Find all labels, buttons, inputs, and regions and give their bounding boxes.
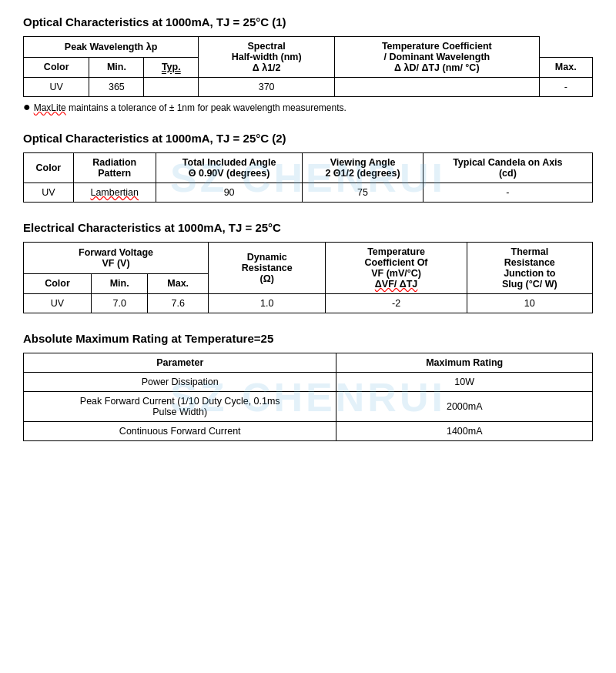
color-header-2: Color [24,153,74,183]
min-cell: 365 [89,78,144,97]
optical-characteristics-2-title: Optical Characteristics at 1000mA, TJ = … [23,132,593,145]
min-subheader: Min. [89,57,144,78]
power-dissipation-value: 10W [336,373,593,392]
note-text: MaxLite maintains a tolerance of ± 1nm f… [34,102,346,113]
optical-characteristics-1-section: Optical Characteristics at 1000mA, TJ = … [23,15,593,113]
optical-characteristics-1-table-wrapper: Peak Wavelength λp SpectralHalf-width (n… [23,36,593,97]
optical-characteristics-1-table: Peak Wavelength λp SpectralHalf-width (n… [23,36,593,97]
candela-header: Typical Candela on Axis(cd) [423,153,592,183]
optical-characteristics-2-table: Color RadiationPattern Total Included An… [23,152,593,203]
table-row: UV Lambertian 90 75 - [24,183,593,203]
temp-coefficient-header: Temperature Coefficient/ Dominant Wavele… [335,37,539,78]
table-row: Peak Forward Current (1/10 Duty Cycle, 0… [24,392,593,422]
total-angle-cell: 90 [156,183,303,203]
typ-subheader: Typ. [144,57,199,78]
optical-characteristics-2-section: Optical Characteristics at 1000mA, TJ = … [23,132,593,203]
temp-coeff-vf-cell: -2 [326,294,467,313]
absolute-maximum-rating-title: Absolute Maximum Rating at Temperature=2… [23,332,593,345]
min-subheader-3: Min. [92,273,148,293]
table-row: Continuous Forward Current 1400mA [24,422,593,441]
candela-cell: - [423,183,592,203]
temp-coeff-cell: - [539,78,593,97]
color-cell: UV [24,78,89,97]
temp-coefficient-vf-header: TemperatureCoefficient OfVF (mV/°C)ΔVF/ … [326,243,467,294]
viewing-angle-header: Viewing Angle2 Θ1/2 (degrees) [303,153,423,183]
max-subheader: Max. [539,57,593,78]
parameter-header: Parameter [24,353,336,373]
electrical-characteristics-section: Electrical Characteristics at 1000mA, TJ… [23,221,593,313]
absolute-maximum-rating-table: Parameter Maximum Rating Power Dissipati… [23,353,593,441]
thermal-resistance-cell: 10 [467,294,592,313]
spectral-halfwidth-header: SpectralHalf-width (nm)Δ λ1/2 [199,37,335,78]
absolute-table-wrapper: SZ CHENRUI Parameter Maximum Rating Powe… [23,353,593,441]
radiation-header: RadiationPattern [73,153,156,183]
table-row: UV 7.0 7.6 1.0 -2 10 [24,294,593,313]
radiation-cell: Lambertian [73,183,156,203]
color-subheader: Color [24,57,89,78]
dynamic-resistance-cell: 1.0 [209,294,326,313]
dynamic-resistance-header: DynamicResistance(Ω) [209,243,326,294]
viewing-angle-cell: 75 [303,183,423,203]
min-cell-3: 7.0 [92,294,148,313]
max-cell: 370 [199,78,335,97]
note-bullet: ● [23,101,31,113]
color-subheader-3: Color [24,273,92,293]
optical-1-note: ● MaxLite maintains a tolerance of ± 1nm… [23,101,593,113]
table-row: Power Dissipation 10W [24,373,593,392]
typ-cell [144,78,199,97]
max-rating-header: Maximum Rating [336,353,593,373]
spectral-cell [335,78,539,97]
total-angle-header: Total Included AngleΘ 0.90V (degrees) [156,153,303,183]
electrical-characteristics-title: Electrical Characteristics at 1000mA, TJ… [23,221,593,234]
thermal-resistance-header: ThermalResistanceJunction toSlug (°C/ W) [467,243,592,294]
color-cell-3: UV [24,294,92,313]
forward-voltage-header: Forward VoltageVF (V) [24,243,209,274]
optical-characteristics-2-table-wrapper: SZ CHENRUI Color RadiationPattern Total … [23,152,593,203]
max-subheader-3: Max. [148,273,209,293]
table-row: UV 365 370 - [24,78,593,97]
electrical-characteristics-table: Forward VoltageVF (V) DynamicResistance(… [23,242,593,313]
continuous-forward-current-value: 1400mA [336,422,593,441]
max-cell-3: 7.6 [148,294,209,313]
peak-wavelength-header: Peak Wavelength λp [24,37,199,58]
color-cell-2: UV [24,183,74,203]
electrical-table-wrapper: Forward VoltageVF (V) DynamicResistance(… [23,242,593,313]
absolute-maximum-rating-section: Absolute Maximum Rating at Temperature=2… [23,332,593,441]
power-dissipation-label: Power Dissipation [24,373,336,392]
peak-forward-current-value: 2000mA [336,392,593,422]
continuous-forward-current-label: Continuous Forward Current [24,422,336,441]
peak-forward-current-label: Peak Forward Current (1/10 Duty Cycle, 0… [24,392,336,422]
optical-characteristics-1-title: Optical Characteristics at 1000mA, TJ = … [23,15,593,28]
